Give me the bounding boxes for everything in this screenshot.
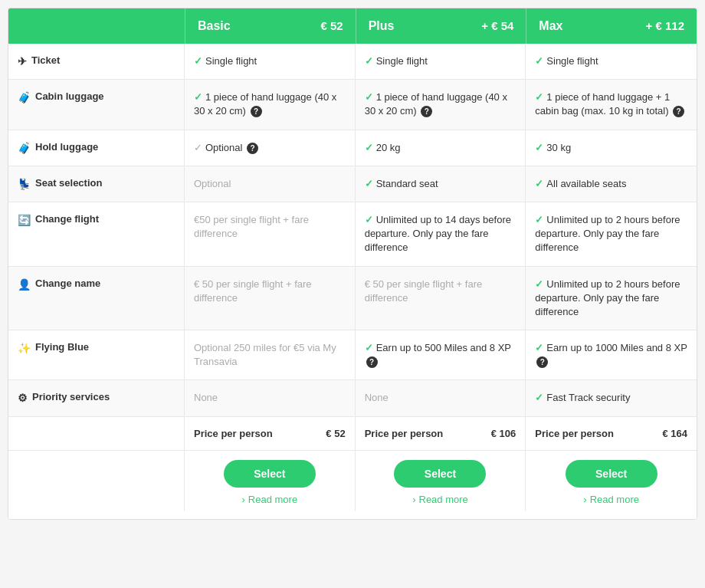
cell-basic-ticket: ✓Single flight	[185, 44, 356, 79]
footer-empty	[8, 417, 185, 450]
chevron-icon: ›	[242, 494, 245, 505]
basic-price-value: € 52	[326, 428, 345, 439]
plus-price-value: € 106	[491, 428, 516, 439]
data-row-priority-services: ⚙Priority servicesNoneNone✓Fast Track se…	[8, 380, 697, 416]
header-row: Basic € 52 Plus + € 54 Max + € 112	[8, 8, 697, 44]
cell-plus-seat-selection: ✓Standard seat	[356, 166, 526, 202]
data-row-change-flight: 🔄Change flight€50 per single flight + fa…	[8, 202, 697, 267]
row-label-priority-services: ⚙Priority services	[8, 380, 185, 416]
chevron-icon: ›	[412, 494, 415, 505]
cell-basic-change-name: € 50 per single flight + fare difference	[185, 267, 356, 330]
footer-max: Price per person € 164	[526, 417, 697, 450]
data-row-seat-selection: 💺Seat selectionOptional✓Standard seat✓Al…	[8, 166, 697, 202]
cell-basic-priority-services: None	[185, 380, 356, 416]
cell-plus-change-name: € 50 per single flight + fare difference	[356, 267, 526, 330]
seat-selection-icon: 💺	[18, 178, 31, 190]
basic-plan-price: € 52	[320, 19, 343, 32]
cell-plus-flying-blue: ✓Earn up to 500 Miles and 8 XP ?	[356, 330, 526, 379]
plus-plan-price: + € 54	[481, 19, 513, 32]
action-plus: Select ›Read more	[356, 451, 526, 511]
data-row-hold-luggage: 🧳Hold luggage✓Optional ?✓20 kg✓30 kg	[8, 130, 697, 166]
row-label-seat-selection: 💺Seat selection	[8, 166, 185, 202]
action-empty	[8, 451, 185, 511]
row-label-ticket: ✈Ticket	[8, 44, 185, 79]
footer-basic: Price per person € 52	[185, 417, 356, 450]
cell-plus-cabin-luggage: ✓1 piece of hand luggage (40 x 30 x 20 c…	[356, 80, 526, 129]
hold-luggage-icon: 🧳	[18, 142, 31, 154]
max-price-value: € 164	[662, 428, 687, 439]
basic-plan-name: Basic	[198, 19, 231, 32]
header-max: Max + € 112	[526, 8, 697, 44]
row-label-change-name: 👤Change name	[8, 267, 185, 330]
read-more-plus-link[interactable]: ›Read more	[412, 494, 468, 505]
read-more-max-link[interactable]: ›Read more	[583, 494, 639, 505]
header-basic: Basic € 52	[185, 8, 356, 44]
cell-plus-ticket: ✓Single flight	[356, 44, 526, 79]
help-icon[interactable]: ?	[247, 143, 258, 154]
plus-plan-name: Plus	[369, 19, 395, 32]
header-plus: Plus + € 54	[356, 8, 526, 44]
cell-plus-hold-luggage: ✓20 kg	[356, 130, 526, 166]
change-name-icon: 👤	[18, 278, 31, 291]
priority-services-icon: ⚙	[18, 392, 28, 404]
plus-price-label: Price per person	[365, 428, 444, 439]
cell-max-ticket: ✓Single flight	[526, 44, 697, 79]
flying-blue-icon: ✨	[18, 342, 31, 354]
cell-max-seat-selection: ✓All available seats	[526, 166, 697, 202]
help-icon[interactable]: ?	[251, 106, 262, 117]
cell-plus-priority-services: None	[356, 380, 526, 416]
select-plus-button[interactable]: Select	[394, 460, 486, 488]
cell-max-priority-services: ✓Fast Track security	[526, 380, 697, 416]
row-label-flying-blue: ✨Flying Blue	[8, 330, 185, 379]
data-row-change-name: 👤Change name€ 50 per single flight + far…	[8, 267, 697, 331]
pricing-table: Basic € 52 Plus + € 54 Max + € 112 ✈Tick…	[8, 8, 697, 520]
row-label-cabin-luggage: 🧳Cabin luggage	[8, 80, 185, 129]
row-label-hold-luggage: 🧳Hold luggage	[8, 130, 185, 166]
cell-basic-flying-blue: Optional 250 miles for €5 via My Transav…	[185, 330, 356, 379]
change-flight-icon: 🔄	[18, 214, 31, 226]
cell-max-flying-blue: ✓Earn up to 1000 Miles and 8 XP ?	[526, 330, 697, 379]
data-row-ticket: ✈Ticket✓Single flight✓Single flight✓Sing…	[8, 44, 697, 80]
select-max-button[interactable]: Select	[566, 460, 657, 488]
data-rows-container: ✈Ticket✓Single flight✓Single flight✓Sing…	[8, 44, 697, 417]
help-icon[interactable]: ?	[673, 106, 684, 117]
help-icon[interactable]: ?	[366, 356, 378, 368]
basic-price-label: Price per person	[194, 428, 273, 439]
cell-max-hold-luggage: ✓30 kg	[526, 130, 697, 166]
footer-plus: Price per person € 106	[356, 417, 526, 450]
chevron-icon: ›	[583, 494, 586, 505]
cell-basic-cabin-luggage: ✓1 piece of hand luggage (40 x 30 x 20 c…	[185, 80, 356, 129]
actions-row: Select ›Read more Select ›Read more Sele…	[8, 451, 697, 519]
header-empty	[8, 8, 185, 44]
ticket-icon: ✈	[18, 55, 27, 67]
cell-plus-change-flight: ✓Unlimited up to 14 days before departur…	[356, 202, 526, 266]
action-basic: Select ›Read more	[185, 451, 356, 511]
footer-price-row: Price per person € 52 Price per person €…	[8, 417, 697, 451]
cell-basic-seat-selection: Optional	[185, 166, 356, 202]
select-basic-button[interactable]: Select	[224, 460, 316, 488]
cell-basic-hold-luggage: ✓Optional ?	[185, 130, 356, 166]
max-plan-price: + € 112	[646, 19, 684, 32]
cell-max-change-name: ✓Unlimited up to 2 hours before departur…	[526, 267, 697, 330]
data-row-cabin-luggage: 🧳Cabin luggage✓1 piece of hand luggage (…	[8, 80, 697, 130]
data-row-flying-blue: ✨Flying BlueOptional 250 miles for €5 vi…	[8, 330, 697, 380]
cell-max-cabin-luggage: ✓1 piece of hand luggage + 1 cabin bag (…	[526, 80, 697, 129]
row-label-change-flight: 🔄Change flight	[8, 202, 185, 266]
cell-max-change-flight: ✓Unlimited up to 2 hours before departur…	[526, 202, 697, 266]
cell-basic-change-flight: €50 per single flight + fare difference	[185, 202, 356, 266]
max-price-label: Price per person	[535, 428, 614, 439]
action-max: Select ›Read more	[526, 451, 697, 511]
max-plan-name: Max	[539, 19, 562, 32]
cabin-luggage-icon: 🧳	[18, 91, 31, 103]
help-icon[interactable]: ?	[421, 106, 432, 117]
read-more-basic-link[interactable]: ›Read more	[242, 494, 298, 505]
help-icon[interactable]: ?	[536, 356, 548, 368]
